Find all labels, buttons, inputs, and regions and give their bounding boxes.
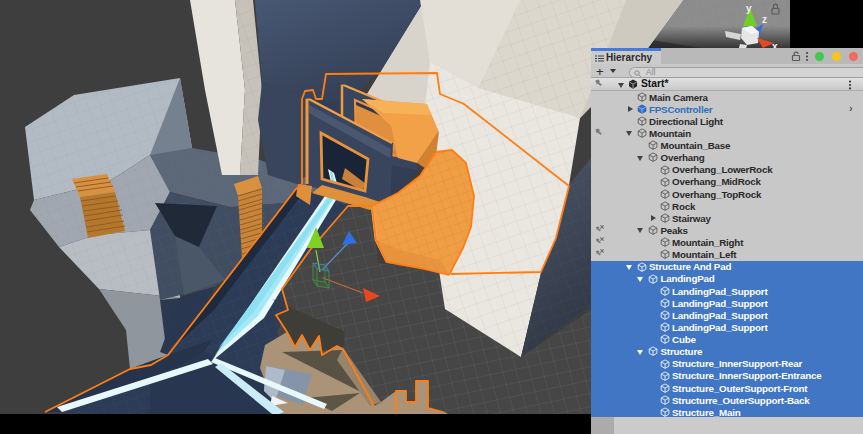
svg-text:z: z [762,14,767,25]
svg-text:y: y [746,3,752,14]
